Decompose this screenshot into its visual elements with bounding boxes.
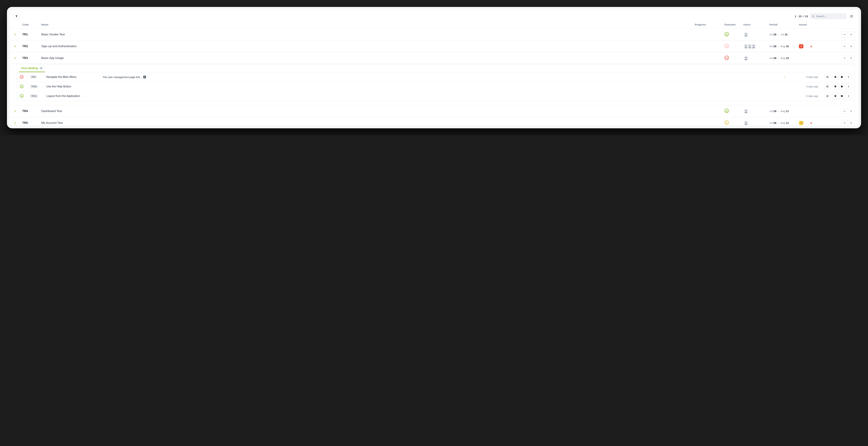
more-button[interactable] [841, 55, 848, 61]
svg-point-49 [727, 110, 728, 111]
period-cell: Jul 28 – Aug 10 [769, 45, 799, 48]
avatar[interactable] [743, 56, 749, 61]
case-code: TC10 [30, 85, 38, 88]
avatar[interactable] [743, 121, 749, 126]
col-name[interactable]: Name [41, 23, 695, 26]
report-bug-button[interactable] [832, 93, 839, 99]
chevron-right-icon [847, 95, 850, 98]
bug-icon [834, 85, 837, 88]
filter-button[interactable] [13, 13, 20, 19]
issue-count-badge[interactable]: 1 [799, 121, 803, 125]
open-button[interactable] [848, 108, 855, 114]
svg-point-36 [835, 76, 836, 78]
open-case-button[interactable] [845, 83, 852, 90]
row-actions [825, 120, 855, 126]
comment-button[interactable] [839, 83, 845, 90]
svg-point-48 [726, 110, 726, 111]
more-button[interactable] [841, 120, 848, 126]
svg-point-26 [727, 57, 728, 58]
expand-toggle[interactable] [13, 33, 17, 36]
table-row[interactable]: TR3 Basic App Usage 100% Jul 28 – Aug 10 [10, 52, 858, 64]
comment-button[interactable] [839, 93, 845, 99]
outcome-cell [724, 43, 743, 49]
filter-icon [15, 15, 18, 18]
open-case-button[interactable] [845, 74, 852, 80]
table-body: TR1 Basic Smoke Test 100% Jul 28 – Jul 3… [10, 29, 858, 126]
svg-point-41 [835, 86, 836, 88]
col-period[interactable]: Period [769, 23, 799, 26]
more-icon [843, 57, 846, 60]
avatar[interactable] [743, 32, 749, 37]
more-icon [843, 45, 846, 48]
avatar[interactable] [751, 44, 756, 49]
period-cell: Jul 28 – Jul 31 [769, 33, 799, 36]
open-case-button[interactable] [845, 93, 852, 99]
avatar[interactable] [743, 108, 749, 114]
expanded-panel: Chris Balding 3 TC9 Navigate the Main Me… [10, 64, 858, 105]
assignee-tab[interactable]: Chris Balding 3 [19, 64, 45, 72]
expand-note-icon[interactable]: + [143, 76, 146, 78]
svg-point-62 [845, 123, 846, 123]
report-bug-button[interactable] [832, 83, 839, 90]
user-avatars [743, 121, 769, 126]
chevron-right-icon [847, 85, 850, 88]
svg-point-42 [20, 94, 24, 98]
report-bug-button[interactable] [832, 74, 839, 80]
toolbar: 1 - 13 of 13 [10, 10, 858, 22]
chevron-right-icon [850, 45, 852, 48]
open-button[interactable] [848, 43, 855, 49]
col-users[interactable]: Users [743, 23, 769, 26]
table-row[interactable]: TR2 Sign-up and Authentication 70.4% Jul… [10, 40, 858, 52]
more-button[interactable] [841, 32, 848, 37]
eye-icon [826, 85, 829, 88]
col-issues[interactable]: Issues [799, 23, 825, 26]
expand-toggle[interactable] [13, 45, 17, 48]
case-outcome [20, 94, 29, 99]
svg-point-59 [745, 122, 747, 123]
open-button[interactable] [848, 32, 855, 37]
svg-point-5 [726, 33, 726, 34]
search-field[interactable] [810, 13, 846, 19]
view-button[interactable] [824, 74, 831, 80]
expand-toggle[interactable] [13, 57, 17, 60]
case-actions [819, 93, 852, 99]
search-icon [812, 15, 814, 18]
expand-toggle[interactable] [13, 110, 17, 113]
col-outcome[interactable]: Outcome [724, 23, 743, 26]
chevron-right-icon [850, 57, 852, 60]
svg-point-21 [844, 46, 844, 46]
svg-point-30 [844, 58, 845, 58]
chevron-right-icon [13, 122, 17, 125]
svg-point-16 [745, 45, 747, 46]
table-row[interactable]: TR1 Basic Smoke Test 100% Jul 28 – Jul 3… [10, 29, 858, 40]
open-button[interactable] [848, 120, 855, 126]
more-button[interactable] [841, 43, 848, 49]
search-input[interactable] [816, 14, 844, 18]
run-code: TR1 [22, 33, 41, 36]
outcome-cell [724, 120, 743, 126]
open-button[interactable] [848, 55, 855, 61]
case-row[interactable]: TC9 Navigate the Main Menu The user mana… [17, 72, 854, 82]
case-row[interactable]: TC10 Use the Help Button 6 days ago [17, 82, 854, 91]
case-row[interactable]: TC11 Logout from the Application 6 days … [17, 91, 854, 101]
table-row[interactable]: TR5 My Account Test 80% Jul 28 – Aug 11 … [10, 117, 858, 126]
outcome-cell [724, 32, 743, 37]
more-icon [843, 33, 846, 36]
col-progress[interactable]: Progress [695, 23, 724, 26]
table-row[interactable]: TR4 Dashboard Test 100% Jul 28 – Aug 11 [10, 105, 858, 117]
col-code[interactable]: Code [22, 23, 41, 26]
view-button[interactable] [824, 83, 831, 90]
svg-point-60 [844, 123, 844, 123]
issue-count-badge[interactable]: 1 [799, 44, 803, 48]
more-button[interactable] [841, 108, 848, 114]
chevron-right-icon [13, 45, 17, 48]
view-button[interactable] [824, 93, 831, 99]
columns-button[interactable] [848, 13, 855, 19]
svg-point-12 [725, 44, 728, 48]
expand-toggle[interactable] [13, 122, 17, 125]
comment-button[interactable] [839, 74, 845, 80]
comment-icon [841, 85, 843, 88]
more-icon [843, 122, 846, 124]
attachment-thumb-icon[interactable] [784, 75, 785, 79]
svg-point-38 [21, 85, 21, 86]
